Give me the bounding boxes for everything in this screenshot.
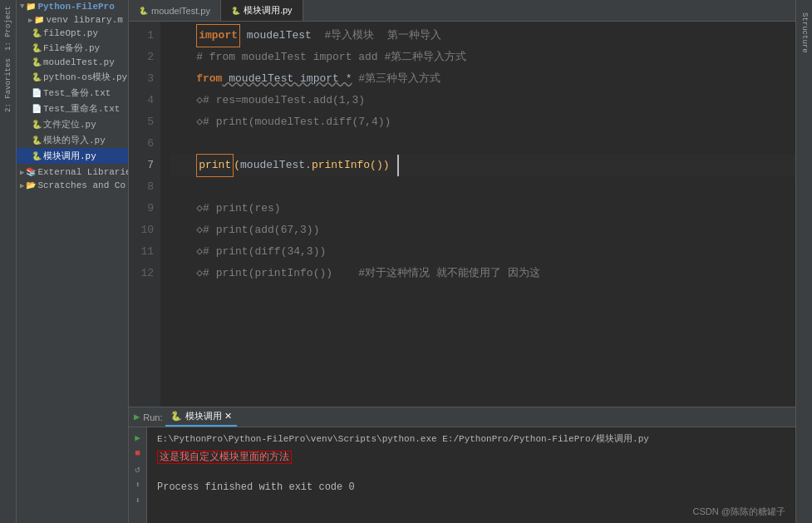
comment-text11: ◇# print(diff(34,3)) — [196, 241, 326, 263]
comment-text: # from moudelTest import add #第二种导入方式 — [196, 47, 466, 68]
tree-item-moudeltest[interactable]: 🐍 moudelTest.py — [17, 56, 128, 69]
line-number-11: 11 — [129, 241, 154, 263]
run-play-button[interactable]: ▶ — [131, 431, 145, 444]
comment-text12: ◇# print(printInfo()) #对于这种情况 就不能使用了 因为这 — [196, 263, 539, 284]
run-scroll-top-button[interactable]: ⬆ — [131, 478, 145, 491]
tree-item-file-locate[interactable]: 🐍 文件定位.py — [17, 116, 128, 132]
comment-text10: ◇# print(add(67,3)) — [196, 220, 319, 241]
sidebar: ▼ 📁 Python-FilePro ▶ 📁 venv library.m 🐍 … — [17, 0, 129, 523]
code-lines[interactable]: import moudelTest #导入模块 第一种导入 # from mou… — [160, 22, 795, 407]
line-number-12: 12 — [129, 263, 154, 284]
tree-item-label: External Libraries — [37, 167, 128, 177]
run-tab-active[interactable]: 🐍 模块调用 ✕ — [165, 407, 236, 427]
run-left-controls: ▶ ■ ↺ ⬆ ⬇ — [129, 427, 147, 523]
python-file-icon: 🐍 — [32, 120, 42, 130]
editor-tab-bar: 🐍 moudelTest.py 🐍 模块调用.py — [129, 0, 795, 22]
printinfo-method: printInfo — [312, 155, 370, 176]
code-editor[interactable]: 1 2 3 4 5 6 7 8 9 10 11 12 import m — [129, 22, 795, 407]
python-file-icon: 🐍 — [32, 28, 42, 38]
line-number-7: 7 — [129, 155, 154, 176]
code-line-4: ◇# res=moudelTest.add(1,3) — [170, 90, 795, 111]
line-number-4: 4 — [129, 90, 154, 111]
tree-item-module-call[interactable]: 🐍 模块调用.py — [17, 148, 128, 164]
favorites-tab-vertical[interactable]: 2: Favorites — [2, 58, 15, 113]
paren-open: ( — [234, 155, 240, 176]
code-line-8 — [170, 176, 795, 198]
python-file-tab-icon2: 🐍 — [231, 7, 240, 15]
line-number-1: 1 — [129, 25, 154, 47]
tree-item-venv[interactable]: ▶ 📁 venv library.m — [17, 13, 128, 27]
code-line-7: print ( moudelTest. printInfo ()) — [170, 155, 795, 176]
code-line-3: from moudelTest import * #第三种导入方式 — [170, 68, 795, 90]
print-box: print — [196, 154, 234, 177]
tree-item-label: 模块调用.py — [43, 150, 96, 162]
code-line-10: ◇# print(add(67,3)) — [170, 220, 795, 241]
folder-icon: 📁 — [34, 15, 44, 25]
text-file-icon: 📄 — [32, 88, 42, 98]
tree-item-label: 模块的导入.py — [43, 134, 106, 146]
moudeltest-text: moudelTest. — [240, 155, 312, 176]
line-number-2: 2 — [129, 47, 154, 68]
run-label: Run: — [143, 412, 162, 422]
tree-item-label: moudelTest.py — [43, 57, 115, 67]
indent — [170, 155, 196, 176]
line-number-9: 9 — [129, 198, 154, 220]
line-number-3: 3 — [129, 68, 154, 90]
folder-arrow-icon: ▼ — [20, 2, 24, 11]
structure-tab-vertical[interactable]: Structure — [798, 3, 811, 62]
run-rerun-button[interactable]: ↺ — [131, 462, 145, 476]
comment-text5: ◇# print(moudelTest.diff(7,4)) — [196, 111, 391, 133]
line-number-8: 8 — [129, 176, 154, 198]
code-line-12: ◇# print(printInfo()) #对于这种情况 就不能使用了 因为这 — [170, 263, 795, 284]
tree-item-file-backup[interactable]: 🐍 File备份.py — [17, 40, 128, 56]
code-line-6 — [170, 133, 795, 155]
tree-item-label: Test_重命名.txt — [43, 102, 120, 115]
python-file-icon: 🐍 — [32, 72, 42, 82]
tree-item-test-rename-txt[interactable]: 📄 Test_重命名.txt — [17, 101, 128, 116]
indent — [170, 241, 196, 263]
tree-item-label: fileOpt.py — [43, 28, 98, 38]
code-text-squiggle: moudelTest import * — [222, 68, 352, 90]
comment-cn2: #第三种导入方式 — [352, 68, 440, 90]
left-tab-strip: 1: Project 2: Favorites — [0, 0, 17, 523]
scratches-icon: 📂 — [26, 180, 36, 190]
python-file-icon: 🐍 — [32, 151, 42, 161]
tab-label2: 模块调用.py — [244, 4, 293, 17]
project-tab-vertical[interactable]: 1: Project — [2, 3, 15, 53]
comment-cn: #导入模块 第一种导入 — [324, 25, 440, 47]
comment-text9: ◇# print(res) — [196, 198, 280, 220]
run-tab-bar: ▶ Run: 🐍 模块调用 ✕ — [129, 407, 795, 427]
tree-item-label: Python-FilePro — [37, 2, 114, 12]
from-keyword: from — [196, 68, 222, 90]
tree-item-python-os[interactable]: 🐍 python-os模块.py — [17, 69, 128, 85]
tree-item-module-import[interactable]: 🐍 模块的导入.py — [17, 132, 128, 148]
tab-module-call[interactable]: 🐍 模块调用.py — [221, 0, 303, 21]
python-file-icon: 🐍 — [32, 57, 42, 67]
tree-item-label: python-os模块.py — [43, 71, 127, 83]
import-keyword-box: import — [196, 24, 240, 47]
tree-item-external-libs[interactable]: ▶ 📚 External Libraries — [17, 165, 128, 179]
code-line-5: ◇# print(moudelTest.diff(7,4)) — [170, 111, 795, 133]
python-file-icon: 🐍 — [32, 43, 42, 53]
tree-item-label: 文件定位.py — [43, 118, 96, 131]
tree-item-scratches[interactable]: ▶ 📂 Scratches and Co — [17, 179, 128, 192]
tree-item-test-backup-txt[interactable]: 📄 Test_备份.txt — [17, 85, 128, 101]
code-line-1: import moudelTest #导入模块 第一种导入 — [170, 25, 795, 47]
folder-arrow-icon: ▶ — [28, 16, 32, 25]
folder-icon: 📁 — [26, 2, 36, 12]
libs-icon: 📚 — [26, 167, 36, 177]
cursor-indicator — [391, 155, 400, 176]
tree-item-pythonfilepro[interactable]: ▼ 📁 Python-FilePro — [17, 0, 128, 13]
run-scroll-bot-button[interactable]: ⬇ — [131, 494, 145, 507]
indent — [170, 220, 196, 241]
watermark: CSDN @陈陈的糖罐子 — [693, 506, 785, 518]
indent — [170, 198, 196, 220]
python-file-tab-icon: 🐍 — [139, 7, 148, 15]
run-stop-button[interactable]: ■ — [131, 447, 145, 460]
code-text: moudelTest — [240, 25, 324, 47]
tab-moudeltest[interactable]: 🐍 moudelTest.py — [129, 0, 221, 21]
code-line-2: # from moudelTest import add #第二种导入方式 — [170, 47, 795, 68]
run-output-highlighted-line: 这是我自定义模块里面的方法 — [157, 449, 785, 466]
run-blank-line — [157, 466, 785, 479]
tree-item-fileopt[interactable]: 🐍 fileOpt.py — [17, 27, 128, 40]
